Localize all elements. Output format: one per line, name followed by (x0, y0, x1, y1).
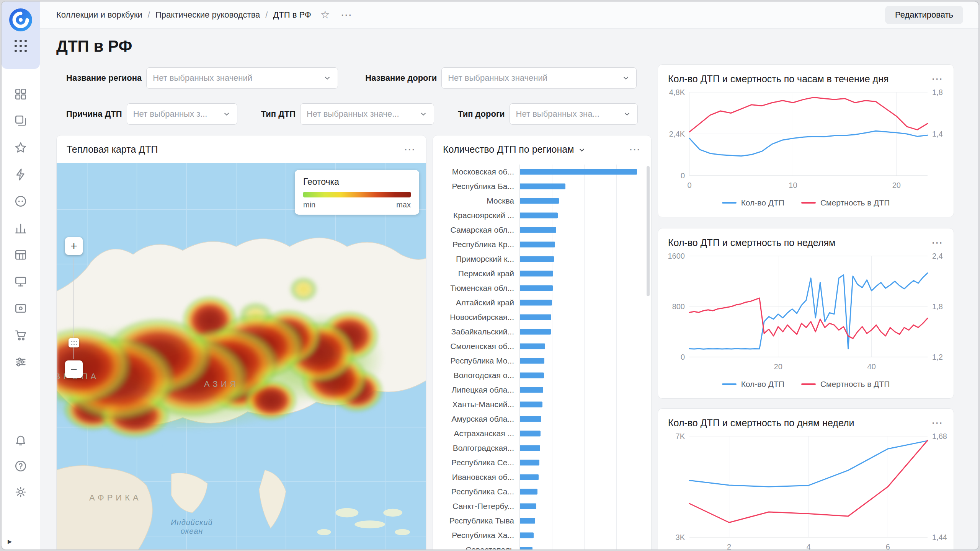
sidebar-item-connections[interactable] (13, 194, 28, 209)
chevron-down-icon[interactable] (578, 146, 586, 154)
region-bar[interactable] (520, 271, 553, 277)
region-bar[interactable] (520, 387, 543, 393)
region-bar[interactable] (520, 373, 544, 378)
region-bar[interactable] (520, 533, 534, 538)
region-bar-row[interactable]: Забайкальский... (433, 324, 646, 339)
region-bar-row[interactable]: Амурская обла... (433, 412, 646, 426)
regions-scrollbar-thumb[interactable] (647, 166, 650, 296)
region-bar-row[interactable]: Республика Кр... (433, 237, 646, 252)
region-bar-row[interactable]: Приморский к... (433, 252, 646, 266)
region-bar-row[interactable]: Вологодская о... (433, 368, 646, 383)
sidebar-item-marketplace[interactable] (13, 328, 28, 343)
region-bar[interactable] (520, 227, 556, 233)
region-bar-row[interactable]: Астраханская ... (433, 426, 646, 441)
filter-road-select[interactable]: Нет выбранных значений (441, 67, 637, 89)
settings-gear-icon[interactable] (13, 484, 28, 500)
region-bar-row[interactable]: Республика Тыва (433, 514, 646, 528)
region-bar-row[interactable]: Новосибирская... (433, 310, 646, 324)
notifications-bell-icon[interactable] (13, 432, 28, 448)
region-bar-row[interactable]: Республика Ба... (433, 179, 646, 194)
filter-cause-select[interactable]: Нет выбранных з... (127, 103, 237, 125)
region-bar-row[interactable]: Санкт-Петербу... (433, 499, 646, 514)
help-icon[interactable] (13, 458, 28, 474)
region-bar-row[interactable]: Пермский край (433, 266, 646, 281)
region-bar[interactable] (520, 489, 537, 495)
svg-text:6: 6 (886, 543, 890, 549)
legend-item-mortality[interactable]: Смертность в ДТП (801, 198, 890, 207)
region-bar-row[interactable]: Красноярский ... (433, 208, 646, 223)
sidebar-item-collections[interactable] (13, 113, 28, 129)
filter-region-select[interactable]: Нет выбранных значений (146, 67, 338, 89)
zoom-in-button[interactable]: + (65, 237, 83, 255)
region-bar[interactable] (520, 474, 539, 480)
region-bar[interactable] (520, 431, 541, 437)
region-bar[interactable] (520, 460, 539, 466)
regions-menu-icon[interactable]: ⋯ (629, 143, 641, 155)
region-bar[interactable] (520, 315, 551, 320)
region-bar-row[interactable]: Самарская обл... (433, 223, 646, 237)
favorite-star-icon[interactable]: ☆ (320, 10, 330, 20)
datalens-logo-icon[interactable] (8, 8, 33, 32)
apps-grid-icon[interactable] (13, 38, 28, 54)
sidebar-item-favorites[interactable] (13, 140, 28, 155)
region-bar-row[interactable]: Ханты-Мансий... (433, 397, 646, 412)
sidebar-expand-icon[interactable]: ▸ (8, 536, 12, 546)
filter-road-type-select[interactable]: Нет выбранных зна... (510, 103, 638, 125)
region-bar[interactable] (520, 329, 551, 335)
sidebar-item-dashboards[interactable] (13, 86, 28, 102)
chart-weeks-menu-icon[interactable]: ⋯ (931, 237, 944, 248)
region-bar-row[interactable]: Севастополь (433, 543, 646, 549)
region-bar[interactable] (520, 416, 541, 422)
region-bar[interactable] (520, 242, 555, 248)
zoom-slider-handle[interactable] (69, 338, 79, 347)
header-more-icon[interactable]: ⋯ (341, 9, 353, 21)
legend-line-red (801, 383, 816, 385)
edit-button[interactable]: Редактировать (885, 6, 963, 24)
region-bar[interactable] (520, 285, 553, 291)
region-bar[interactable] (520, 300, 552, 306)
region-bar[interactable] (520, 184, 565, 189)
region-bar[interactable] (520, 504, 536, 509)
breadcrumb-guides[interactable]: Практические руководства (155, 10, 260, 20)
regions-scrollbar[interactable] (647, 166, 650, 549)
region-bar-row[interactable]: Липецкая обла... (433, 383, 646, 397)
region-bar[interactable] (520, 256, 554, 262)
breadcrumb-collections[interactable]: Коллекции и воркбуки (56, 10, 142, 20)
region-bar[interactable] (520, 445, 540, 451)
region-bar[interactable] (520, 213, 558, 218)
region-bar-row[interactable]: Смоленская об... (433, 339, 646, 354)
legend-item-accidents[interactable]: Кол-во ДТП (722, 380, 784, 389)
sidebar-item-quick-actions[interactable] (13, 167, 28, 182)
region-bar-row[interactable]: Волгоградская... (433, 441, 646, 455)
region-bar-row[interactable]: Алтайский край (433, 295, 646, 310)
chart-weekdays-menu-icon[interactable]: ⋯ (931, 417, 944, 429)
region-bar[interactable] (520, 518, 535, 524)
map-canvas[interactable]: ЕВРОПА АЗИЯ АФРИКА Индийский океан Геото… (57, 163, 426, 549)
region-bar[interactable] (520, 402, 542, 408)
region-bar-row[interactable]: Москва (433, 194, 646, 208)
region-bar[interactable] (520, 547, 532, 550)
region-bar[interactable] (520, 198, 559, 204)
sidebar-item-charts[interactable] (13, 220, 28, 236)
sidebar-item-datasets[interactable] (13, 247, 28, 262)
region-bar-row[interactable]: Республика Се... (433, 455, 646, 470)
region-bar[interactable] (520, 169, 637, 175)
svg-text:1,2: 1,2 (932, 353, 943, 361)
filter-dtp-type-select[interactable]: Нет выбранных значе... (300, 103, 434, 125)
sidebar-item-storage[interactable] (13, 301, 28, 316)
legend-item-mortality[interactable]: Смертность в ДТП (801, 380, 890, 389)
chart-hours-menu-icon[interactable]: ⋯ (931, 73, 944, 85)
sidebar-item-editor[interactable] (13, 274, 28, 289)
region-bar-row[interactable]: Московская об... (433, 165, 646, 179)
zoom-out-button[interactable]: − (65, 360, 83, 378)
region-bar-row[interactable]: Республика Са... (433, 484, 646, 499)
region-bar-row[interactable]: Тюменская обл... (433, 281, 646, 295)
region-bar-row[interactable]: Республика Мо... (433, 354, 646, 368)
legend-item-accidents[interactable]: Кол-во ДТП (722, 198, 784, 207)
heatmap-menu-icon[interactable]: ⋯ (404, 143, 416, 155)
sidebar-item-parameters[interactable] (13, 354, 28, 370)
region-bar[interactable] (520, 344, 545, 349)
region-bar[interactable] (520, 358, 544, 364)
region-bar-row[interactable]: Ивановская об... (433, 470, 646, 484)
region-bar-row[interactable]: Республика Ха... (433, 528, 646, 543)
